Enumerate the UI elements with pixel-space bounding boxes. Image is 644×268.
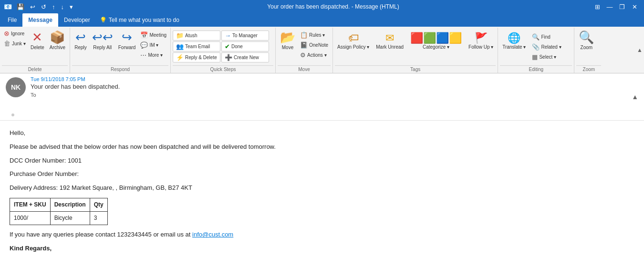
atush-button[interactable]: 📁 Atush: [173, 31, 220, 41]
ribbon-group-zoom: 🔍 Zoom Zoom: [574, 28, 603, 73]
delete-button[interactable]: ✕ Delete: [28, 29, 47, 52]
delete-buttons: ⊗ Ignore 🗑 Junk ▾ ✕ Delete 📦 Archive: [2, 29, 68, 65]
respond-group-label: Respond: [72, 65, 168, 73]
translate-icon: 🌐: [508, 32, 520, 44]
rules-button[interactable]: 📋 Rules ▾: [298, 31, 330, 40]
ignore-icon: ⊗: [4, 30, 10, 37]
email-query-text: If you have any queries please contact 1…: [10, 230, 634, 240]
translate-button[interactable]: 🌐 Translate ▾: [500, 31, 528, 51]
tell-me-box[interactable]: 💡 Tell me what you want to do: [96, 13, 183, 27]
im-button[interactable]: 💬 IM ▾: [138, 41, 168, 50]
follow-up-button[interactable]: 🚩 Follow Up ▾: [466, 31, 496, 51]
down-button[interactable]: ↓: [59, 2, 66, 11]
tab-developer[interactable]: Developer: [58, 13, 96, 27]
meeting-icon: 📅: [140, 31, 148, 39]
assign-policy-icon: 🏷: [348, 32, 359, 44]
team-email-icon: 👥: [176, 43, 184, 50]
reply-all-button[interactable]: ↩↩ Reply All: [90, 29, 115, 52]
delete-group-label: Delete: [2, 65, 68, 73]
outlook-icon: 📧: [4, 3, 12, 10]
col-description: Description: [50, 198, 90, 211]
junk-button[interactable]: 🗑 Junk ▾: [2, 39, 28, 48]
email-to: To: [31, 92, 627, 98]
tell-me-label: Tell me what you want to do: [109, 17, 179, 23]
create-new-button[interactable]: ➕ Create New: [221, 52, 269, 62]
zoom-icon: 🔍: [579, 30, 594, 45]
junk-icon: 🗑: [4, 40, 10, 47]
select-button[interactable]: ▦ Select ▾: [530, 52, 563, 62]
col-item-sku: ITEM + SKU: [10, 198, 51, 211]
forward-icon: ↪: [122, 30, 132, 45]
archive-button[interactable]: 📦 Archive: [47, 29, 68, 52]
assign-policy-button[interactable]: 🏷 Assign Policy ▾: [335, 31, 372, 51]
window-controls: ⊞ — ❐ ✕: [592, 1, 640, 12]
follow-up-icon: 🚩: [475, 32, 488, 44]
tab-file[interactable]: File: [2, 13, 22, 27]
tab-message[interactable]: Message: [22, 13, 58, 27]
rules-icon: 📋: [300, 31, 308, 39]
email-metadata: Tue 9/11/2018 7:05 PM Your order has bee…: [31, 76, 627, 98]
email-purchase-order: Purchase Order Number:: [10, 169, 634, 179]
onenote-icon: 📓: [300, 41, 308, 49]
cell-description: Bicycle: [50, 212, 90, 225]
email-collapse-button[interactable]: ▲: [632, 93, 638, 101]
to-manager-icon: →: [225, 32, 231, 39]
onenote-button[interactable]: 📓 OneNote: [298, 41, 330, 50]
email-body: Hello, Please be advised that the below …: [0, 121, 644, 268]
table-header-row: ITEM + SKU Description Qty: [10, 198, 108, 211]
forward-button[interactable]: ↪ Forward: [116, 29, 138, 52]
close-button[interactable]: ✕: [629, 1, 640, 12]
mark-unread-icon: ✉: [385, 32, 394, 44]
reply-delete-icon: ⚡: [176, 54, 184, 61]
ignore-button[interactable]: ⊗ Ignore: [2, 29, 26, 38]
done-button[interactable]: ✔ Done: [221, 41, 269, 52]
lightbulb-icon: 💡: [100, 17, 107, 23]
undo-button[interactable]: ↩: [28, 2, 37, 11]
mark-unread-button[interactable]: ✉ Mark Unread: [374, 31, 406, 51]
up-button[interactable]: ↑: [50, 2, 57, 11]
respond-buttons: ↩ Reply ↩↩ Reply All ↪ Forward 📅 Meeting…: [72, 29, 168, 65]
find-button[interactable]: 🔍 Find: [530, 32, 563, 41]
reply-delete-button[interactable]: ⚡ Reply & Delete: [173, 52, 220, 62]
redo-button[interactable]: ↺: [39, 2, 48, 11]
email-link[interactable]: info@cust.com: [192, 231, 233, 238]
related-icon: 📎: [532, 43, 540, 51]
zoom-buttons: 🔍 Zoom: [576, 29, 601, 65]
title-bar-left: 📧 💾 ↩ ↺ ↑ ↓ ▾: [4, 2, 75, 11]
reply-icon: ↩: [75, 30, 86, 45]
ribbon-collapse-button[interactable]: ▲: [635, 27, 644, 73]
move-button[interactable]: 📂 Move: [278, 29, 298, 52]
actions-button[interactable]: ⚙ Actions ▾: [298, 51, 330, 60]
related-button[interactable]: 📎 Related ▾: [530, 42, 563, 52]
ribbon-group-delete: ⊗ Ignore 🗑 Junk ▾ ✕ Delete 📦 Archive: [0, 28, 70, 73]
restore-button[interactable]: ❐: [616, 1, 628, 12]
editing-group-label: Editing: [500, 65, 572, 73]
title-bar: 📧 💾 ↩ ↺ ↑ ↓ ▾ Your order has been dispat…: [0, 0, 644, 13]
reply-all-icon: ↩↩: [92, 30, 113, 45]
quicksteps-group-label: Quick Steps: [173, 65, 273, 73]
zoom-button[interactable]: 🔍 Zoom: [576, 29, 596, 52]
team-email-button[interactable]: 👥 Team Email: [173, 41, 220, 52]
atush-icon: 📁: [176, 32, 184, 39]
menu-bar: File Message Developer 💡 Tell me what yo…: [0, 13, 644, 27]
save-button[interactable]: 💾: [15, 2, 26, 11]
tags-group-label: Tags: [335, 65, 496, 73]
window-title: Your order has been dispatched. - Messag…: [75, 3, 592, 10]
email-signoff: Kind Regards,: [10, 244, 634, 254]
select-icon: ▦: [532, 53, 538, 61]
more-qs-button[interactable]: ▾: [68, 2, 75, 11]
create-new-icon: ➕: [225, 54, 232, 61]
email-subject: Your order has been dispatched.: [31, 83, 627, 90]
more-icon: ⋯: [140, 52, 146, 59]
layout-button[interactable]: ⊞: [592, 1, 603, 12]
ribbon-group-respond: ↩ Reply ↩↩ Reply All ↪ Forward 📅 Meeting…: [70, 28, 171, 73]
minimize-button[interactable]: —: [604, 1, 615, 12]
ribbon: ⊗ Ignore 🗑 Junk ▾ ✕ Delete 📦 Archive: [0, 27, 644, 73]
move-icon: 📂: [280, 30, 295, 45]
meeting-button[interactable]: 📅 Meeting: [138, 31, 168, 40]
to-manager-button[interactable]: → To Manager: [221, 31, 269, 41]
reply-button[interactable]: ↩ Reply: [72, 29, 89, 52]
delete-icon: ✕: [32, 30, 42, 45]
categorize-button[interactable]: 🟥🟩🟦🟨 Categorize ▾: [408, 31, 464, 51]
more-respond-button[interactable]: ⋯ More ▾: [138, 51, 168, 60]
